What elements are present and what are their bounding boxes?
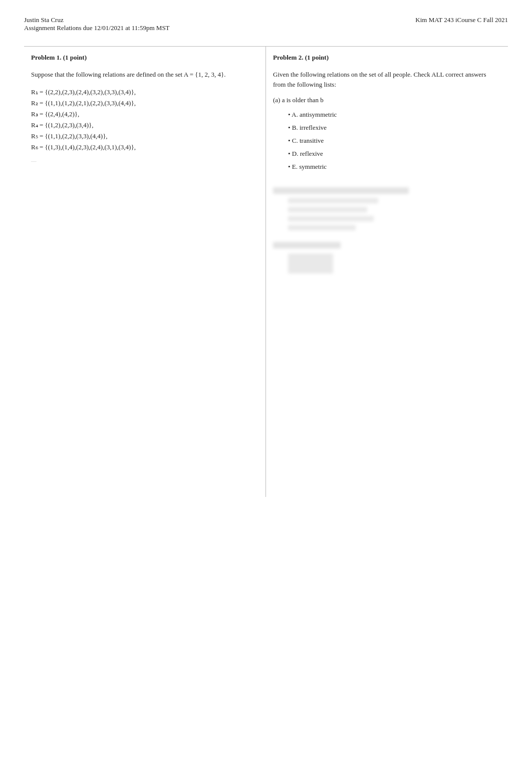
relation-r6: R₆ = {(1,3),(1,4),(2,3),(2,4),(3,1),(3,4… xyxy=(31,142,256,153)
problem2-column: Problem 2. (1 point) Given the following… xyxy=(266,47,508,497)
problem2-intro: Given the following relations on the set… xyxy=(273,70,499,89)
sub-problem-a: (a) a is older than b A. antisymmetric B… xyxy=(273,96,499,173)
assignment-info: Assignment Relations due 12/01/2021 at 1… xyxy=(24,24,170,32)
problems-grid: Problem 1. (1 point) Suppose that the fo… xyxy=(24,46,508,497)
r6-text: R₆ = {(1,3),(1,4),(2,3),(2,4),(3,1),(3,4… xyxy=(31,142,136,153)
option-a[interactable]: A. antisymmetric xyxy=(288,108,499,121)
header-left: Justin Sta Cruz Assignment Relations due… xyxy=(24,16,170,32)
options-list-a: A. antisymmetric B. irreflexive C. trans… xyxy=(288,108,499,173)
problem1-points: (1 point) xyxy=(63,54,87,61)
problem2-label: Problem 2. xyxy=(273,54,303,61)
problem1-intro: Suppose that the following relations are… xyxy=(31,70,256,80)
problem1-column: Problem 1. (1 point) Suppose that the fo… xyxy=(24,47,266,497)
r3-text: R₃ = {(2,4),(4,2)}, xyxy=(31,109,79,120)
r1-text: R₁ = {(2,2),(2,3),(2,4),(3,2),(3,3),(3,4… xyxy=(31,87,136,98)
r2-text: R₂ = {(1,1),(1,2),(2,1),(2,2),(3,3),(4,4… xyxy=(31,98,136,109)
relation-r5: R₅ = {(1,1),(2,2),(3,3),(4,4)}, xyxy=(31,131,256,142)
relation-r3: R₃ = {(2,4),(4,2)}, xyxy=(31,109,256,120)
course-info: Kim MAT 243 iCourse C Fall 2021 xyxy=(415,16,508,24)
problem1-label: Problem 1. xyxy=(31,54,61,61)
student-name: Justin Sta Cruz xyxy=(24,16,170,24)
problem2-points: (1 point) xyxy=(305,54,329,61)
option-d[interactable]: D. reflexive xyxy=(288,147,499,160)
header: Justin Sta Cruz Assignment Relations due… xyxy=(24,16,508,37)
relations-block: R₁ = {(2,2),(2,3),(2,4),(3,2),(3,3),(3,4… xyxy=(31,87,256,153)
r4-text: R₄ = {(1,2),(2,3),(3,4)}, xyxy=(31,120,93,131)
sub-problem-a-label: (a) a is older than b xyxy=(273,96,499,104)
option-c[interactable]: C. transitive xyxy=(288,134,499,147)
relation-r4: R₄ = {(1,2),(2,3),(3,4)}, xyxy=(31,120,256,131)
problem2-title: Problem 2. (1 point) xyxy=(273,54,499,62)
relation-more: — xyxy=(31,157,256,165)
option-b[interactable]: B. irreflexive xyxy=(288,121,499,134)
option-e[interactable]: E. symmetric xyxy=(288,160,499,173)
relation-r2: R₂ = {(1,1),(1,2),(2,1),(2,2),(3,3),(4,4… xyxy=(31,98,256,109)
r5-text: R₅ = {(1,1),(2,2),(3,3),(4,4)}, xyxy=(31,131,108,142)
page: Justin Sta Cruz Assignment Relations due… xyxy=(0,0,532,782)
problem1-title: Problem 1. (1 point) xyxy=(31,54,256,62)
relation-r1: R₁ = {(2,2),(2,3),(2,4),(3,2),(3,3),(3,4… xyxy=(31,87,256,98)
blurred-content xyxy=(273,187,499,274)
